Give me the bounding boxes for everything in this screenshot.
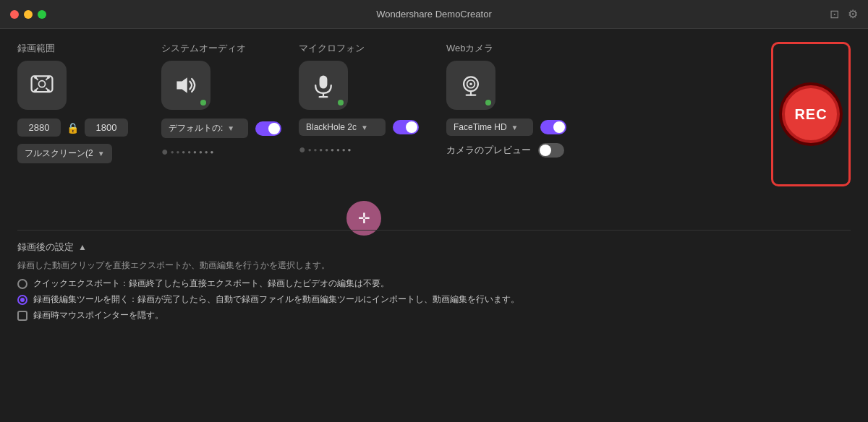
webcam-icon	[458, 72, 484, 98]
svg-rect-7	[320, 76, 328, 89]
rec-panel: REC	[771, 42, 851, 186]
microphone-label: マイクロフォン	[299, 42, 429, 55]
webcam-device-dropdown[interactable]: FaceTime HD ▼	[446, 119, 533, 136]
svg-point-3	[47, 76, 50, 79]
webcam-col: Webカメラ FaceTime HD ▼	[446, 42, 584, 186]
post-recording-description: 録画した動画クリップを直接エクスポートか、動画編集を行うかを選択します。	[17, 259, 851, 272]
app-title: Wondershare DemoCreator	[376, 9, 491, 20]
webcam-status-dot	[484, 98, 493, 107]
checkbox-label: 録画時マウスポインターを隠す。	[33, 309, 163, 322]
webcam-icon-box[interactable]	[446, 61, 495, 110]
mic-device-dropdown[interactable]: BlackHole 2c ▼	[299, 119, 386, 136]
option1-radio[interactable]	[17, 279, 27, 289]
post-recording-title: 録画後の設定	[17, 241, 74, 254]
option2-radio[interactable]	[17, 295, 27, 305]
camera-preview-toggle[interactable]	[538, 143, 564, 158]
option1-label: クイックエクスポート：録画終了したら直接エクスポート、録画したビデオの編集は不要…	[33, 277, 389, 290]
traffic-lights	[10, 10, 46, 19]
svg-point-1	[39, 81, 46, 87]
option2-label: 録画後編集ツールを開く：録画が完了したら、自動で録画ファイルを動画編集ツールにイ…	[33, 293, 519, 306]
svg-marker-6	[176, 77, 187, 93]
svg-point-12	[469, 82, 472, 85]
mic-status-dot	[336, 98, 345, 107]
speaker-icon	[173, 72, 199, 98]
fullscreen-dropdown[interactable]: フルスクリーン(2 ▼	[17, 144, 112, 163]
titlebar-actions: ⊡ ⚙	[830, 7, 858, 21]
audio-status-dot	[199, 98, 208, 107]
post-recording-section: 録画後の設定 ▲ 録画した動画クリップを直接エクスポートか、動画編集を行うかを選…	[0, 238, 868, 322]
separator	[17, 230, 851, 231]
recording-area-col: 録画範囲 2880 🔒 1800	[17, 42, 144, 186]
system-audio-col: システムオーディオ デフォルトの: ▼ ●	[161, 42, 281, 186]
camera-preview-label: カメラのプレビュー	[446, 144, 531, 157]
audio-device-dropdown[interactable]: デフォルトの: ▼	[161, 119, 248, 138]
audio-toggle[interactable]	[255, 121, 281, 136]
recording-area-label: 録画範囲	[17, 42, 144, 55]
system-audio-icon-box[interactable]	[161, 61, 210, 110]
screen-capture-icon	[29, 72, 55, 98]
minimize-button[interactable]	[24, 10, 33, 19]
maximize-button[interactable]	[38, 10, 46, 19]
microphone-icon-box[interactable]	[299, 61, 348, 110]
mic-dropdown-arrow: ▼	[361, 124, 368, 132]
titlebar: Wondershare DemoCreator ⊡ ⚙	[0, 0, 868, 29]
collapse-icon[interactable]: ▲	[78, 242, 87, 252]
lock-icon: 🔒	[67, 122, 79, 134]
system-audio-label: システムオーディオ	[161, 42, 281, 55]
close-button[interactable]	[10, 10, 19, 19]
svg-point-5	[47, 89, 50, 92]
rec-button[interactable]: REC	[782, 85, 840, 143]
option2-row: 録画後編集ツールを開く：録画が完了したら、自動で録画ファイルを動画編集ツールにイ…	[17, 293, 851, 306]
microphone-col: マイクロフォン BlackHole 2c ▼	[299, 42, 429, 186]
svg-point-4	[34, 89, 37, 92]
option1-row: クイックエクスポート：録画終了したら直接エクスポート、録画したビデオの編集は不要…	[17, 277, 851, 290]
mic-toggle[interactable]	[393, 120, 419, 134]
mouse-pointer-checkbox[interactable]	[17, 311, 27, 321]
webcam-label: Webカメラ	[446, 42, 584, 55]
settings-icon[interactable]: ⚙	[848, 7, 858, 21]
webcam-toggle[interactable]	[540, 120, 566, 134]
svg-point-2	[34, 76, 37, 79]
capture-icon[interactable]: ⊡	[830, 7, 839, 21]
height-input[interactable]: 1800	[85, 119, 128, 137]
recording-area-icon-box[interactable]	[17, 61, 67, 110]
mic-icon	[310, 72, 336, 98]
dropdown-arrow: ▼	[98, 150, 105, 158]
width-input[interactable]: 2880	[17, 119, 61, 137]
audio-dropdown-arrow: ▼	[227, 124, 234, 132]
webcam-dropdown-arrow: ▼	[511, 124, 519, 132]
checkbox-row: 録画時マウスポインターを隠す。	[17, 309, 851, 322]
